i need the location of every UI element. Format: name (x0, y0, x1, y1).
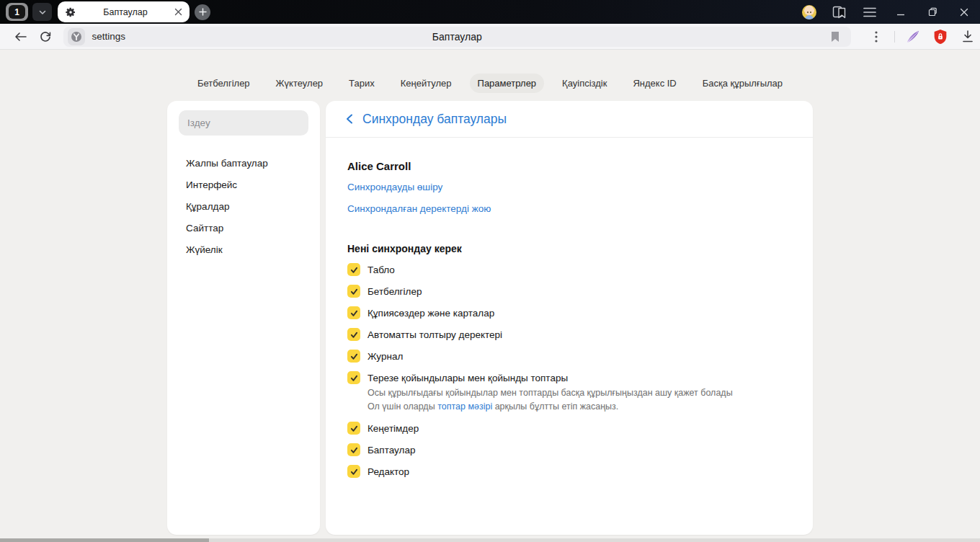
toolbar-more-button[interactable] (864, 26, 888, 48)
checkbox-row-autofill[interactable]: Автоматты толтыру деректері (347, 328, 791, 341)
kebab-menu-icon (875, 31, 878, 43)
chevron-down-icon (38, 8, 47, 17)
search-input[interactable] (179, 110, 308, 136)
omnibox-page-title: Баптаулар (63, 31, 851, 43)
settings-page: Бетбелгілер Жүктеулер Тарих Кеңейтулер П… (0, 50, 980, 542)
settings-sidebar: Жалпы баптаулар Интерфейс Құралдар Сайтт… (167, 101, 320, 535)
tabs-dropdown-button[interactable] (32, 3, 52, 21)
refresh-button[interactable] (33, 26, 58, 48)
description-text: Ол үшін оларды (368, 401, 437, 412)
settings-layout: Жалпы баптаулар Интерфейс Құралдар Сайтт… (167, 101, 813, 535)
tab-other-devices[interactable]: Басқа құрылғылар (695, 74, 790, 93)
horizontal-scrollbar[interactable] (0, 538, 980, 542)
browser-toolbar: settings Баптаулар (0, 24, 980, 50)
chevron-left-icon (344, 113, 355, 125)
back-arrow-icon (14, 32, 27, 42)
description-text: арқылы бұлтты етіп жасаңыз. (492, 401, 618, 412)
titlebar-controls (794, 0, 980, 24)
toolbar-extensions (855, 26, 980, 48)
close-icon (960, 8, 968, 17)
tab-counter-button[interactable]: 1 (6, 3, 28, 21)
checkbox-checked-icon[interactable] (347, 371, 360, 384)
shield-lock-icon (933, 29, 948, 45)
checkbox-row-settings[interactable]: Баптаулар (347, 443, 791, 456)
checkbox-label: Баптаулар (368, 445, 415, 456)
titlebar: 1 Баптаулар (0, 0, 980, 24)
user-avatar (802, 5, 816, 19)
download-icon (962, 30, 974, 43)
tab-title: Баптаулар (76, 7, 174, 17)
checkbox-row-tableau[interactable]: Табло (347, 263, 791, 276)
tab-extensions[interactable]: Кеңейтулер (393, 74, 460, 93)
tab-groups-description: Осы құрылғыдағы қойындылар мен топтарды … (368, 386, 791, 413)
restore-button[interactable] (917, 0, 948, 24)
minimize-button[interactable] (885, 0, 917, 24)
disable-sync-link[interactable]: Синхрондауды өшіру (347, 181, 442, 194)
bookmark-flag-icon (830, 31, 840, 43)
plus-icon (199, 8, 207, 16)
feather-quill-icon (905, 30, 921, 44)
sidebar-item-tools[interactable]: Құралдар (179, 196, 308, 217)
browser-tab[interactable]: Баптаулар (58, 1, 190, 22)
protect-badge-button[interactable] (68, 28, 85, 45)
checkbox-checked-icon[interactable] (347, 465, 360, 478)
sidebar-item-general[interactable]: Жалпы баптаулар (179, 153, 308, 174)
delete-synced-data-link[interactable]: Синхрондалған деректерді жою (347, 203, 491, 216)
bookmark-button[interactable] (825, 27, 845, 47)
checkbox-checked-icon[interactable] (347, 328, 360, 341)
tab-settings[interactable]: Параметрлер (470, 74, 545, 93)
refresh-icon (40, 31, 51, 43)
address-bar[interactable]: settings Баптаулар (63, 27, 851, 47)
toolbar-divider (894, 31, 895, 43)
tab-yandex-id[interactable]: Яндекс ID (625, 74, 684, 93)
tab-downloads[interactable]: Жүктеулер (268, 74, 331, 93)
checkbox-checked-icon[interactable] (347, 306, 360, 319)
sync-settings-back[interactable]: Синхрондау баптаулары (326, 101, 813, 137)
tab-close-icon[interactable] (174, 8, 182, 16)
tab-count: 1 (14, 7, 19, 17)
tab-security[interactable]: Қауіпсіздік (554, 74, 615, 93)
checkbox-label: Бетбелгілер (368, 286, 422, 297)
sidebar-item-system[interactable]: Жүйелік (179, 239, 308, 260)
scrollbar-thumb[interactable] (0, 538, 209, 542)
tab-bookmarks[interactable]: Бетбелгілер (190, 74, 258, 93)
checkbox-checked-icon[interactable] (347, 350, 360, 363)
tab-history[interactable]: Тарих (341, 74, 383, 93)
checkbox-checked-icon[interactable] (347, 443, 360, 456)
sidebar-item-interface[interactable]: Интерфейс (179, 174, 308, 195)
checkbox-checked-icon[interactable] (347, 422, 360, 435)
feather-extension-button[interactable] (901, 26, 925, 48)
checkbox-label: Кеңетімдер (368, 423, 419, 434)
checkbox-label: Редактор (368, 466, 409, 477)
close-window-button[interactable] (948, 0, 980, 24)
checkbox-row-tab-groups[interactable]: Терезе қойындылары мен қойынды топтары (347, 371, 791, 384)
checkbox-row-editor[interactable]: Редактор (347, 465, 791, 478)
browser-menu-button[interactable] (855, 0, 885, 24)
description-line-2: Ол үшін оларды топтар мәзірі арқылы бұлт… (368, 400, 791, 414)
sidebar-item-sites[interactable]: Сайттар (179, 218, 308, 239)
checkbox-label: Терезе қойындылары мен қойынды топтары (368, 373, 568, 383)
security-extension-button[interactable] (928, 26, 953, 48)
groups-menu-link[interactable]: топтар мәзірі (437, 401, 492, 412)
checkbox-row-bookmarks[interactable]: Бетбелгілер (347, 285, 791, 298)
checkbox-checked-icon[interactable] (347, 263, 360, 276)
restore-icon (928, 7, 937, 17)
checkbox-row-extensions[interactable]: Кеңетімдер (347, 422, 791, 435)
downloads-button[interactable] (956, 26, 980, 48)
yandex-protect-icon (71, 31, 82, 43)
bookmarks-panel-icon (832, 6, 847, 19)
back-button[interactable] (9, 26, 33, 48)
side-panel-button[interactable] (824, 0, 855, 24)
new-tab-button[interactable] (195, 4, 210, 20)
sync-settings-panel: Синхрондау баптаулары Alice Carroll Синх… (326, 101, 813, 535)
checkbox-row-history[interactable]: Терезе қойындылары мен қойынды топтары Ж… (347, 350, 791, 363)
checkbox-row-passwords[interactable]: Құпиясөздер және карталар (347, 306, 791, 319)
settings-nav-tabs: Бетбелгілер Жүктеулер Тарих Кеңейтулер П… (0, 50, 980, 101)
profile-button[interactable] (794, 0, 824, 24)
address-text: settings (92, 31, 126, 42)
hamburger-menu-icon (863, 7, 876, 17)
checkbox-label: Құпиясөздер және карталар (368, 308, 494, 319)
sync-settings-body: Alice Carroll Синхрондауды өшіру Синхрон… (326, 138, 813, 478)
checkbox-checked-icon[interactable] (347, 285, 360, 298)
description-line-1: Осы құрылғыдағы қойындылар мен топтарды … (368, 386, 791, 400)
